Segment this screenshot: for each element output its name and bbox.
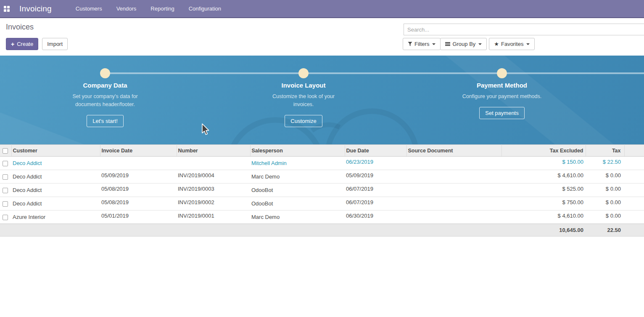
row-checkbox[interactable] — [3, 188, 8, 193]
row-select-cell — [0, 184, 11, 197]
row-checkbox[interactable] — [3, 201, 8, 207]
cell-tax[interactable]: $ 0.00 — [586, 170, 624, 184]
cell-number[interactable] — [177, 157, 250, 170]
menu-vendors[interactable]: Vendors — [116, 5, 137, 12]
cell-source-document[interactable] — [406, 184, 501, 197]
cell-invoice-date[interactable]: 05/08/2019 — [100, 197, 177, 210]
invoice-row[interactable]: Deco Addict Mitchell Admin 06/23/2019 $ … — [0, 157, 644, 170]
row-select-cell — [0, 157, 11, 170]
total-tax: 22.50 — [586, 224, 624, 237]
filters-button-label: Filters — [414, 41, 429, 47]
cell-tax-excluded[interactable]: $ 150.00 — [501, 157, 586, 170]
row-checkbox[interactable] — [3, 215, 8, 220]
cell-invoice-date[interactable]: 05/08/2019 — [100, 184, 177, 197]
search-input[interactable] — [404, 24, 644, 35]
column-header-tax-excluded[interactable]: Tax Excluded — [501, 145, 586, 157]
invoice-row[interactable]: Deco Addict 05/08/2019 INV/2019/0003 Odo… — [0, 184, 644, 197]
lets-start-button[interactable]: Let's start! — [87, 115, 124, 127]
group-by-bars-icon — [445, 42, 450, 46]
favorites-button-label: Favorites — [501, 41, 523, 47]
cell-salesperson[interactable]: Marc Demo — [250, 210, 345, 224]
cell-customer[interactable]: Deco Addict — [11, 197, 100, 210]
group-by-button-label: Group By — [452, 41, 475, 47]
cell-due-date[interactable]: 06/23/2019 — [345, 157, 406, 170]
cell-number[interactable]: INV/2019/0002 — [177, 197, 250, 210]
chevron-down-icon — [432, 43, 435, 45]
cell-tax[interactable]: $ 0.00 — [586, 197, 624, 210]
step-title: Invoice Layout — [245, 82, 362, 89]
cell-salesperson[interactable]: OdooBot — [250, 197, 345, 210]
cell-source-document[interactable] — [406, 157, 501, 170]
import-button[interactable]: Import — [42, 38, 68, 50]
cell-invoice-date[interactable] — [100, 157, 177, 170]
filter-funnel-icon — [408, 42, 412, 46]
cell-customer[interactable]: Deco Addict — [11, 184, 100, 197]
cell-source-document[interactable] — [406, 197, 501, 210]
cell-due-date[interactable]: 06/30/2019 — [345, 210, 406, 224]
app-brand[interactable]: Invoicing — [19, 4, 52, 13]
create-button[interactable]: + Create — [6, 38, 38, 50]
row-checkbox[interactable] — [3, 174, 8, 180]
cell-salesperson[interactable]: Mitchell Admin — [250, 157, 345, 170]
customize-button[interactable]: Customize — [285, 115, 322, 127]
cell-due-date[interactable]: 05/09/2019 — [345, 170, 406, 184]
cell-source-document[interactable] — [406, 170, 501, 184]
cell-source-document[interactable] — [406, 210, 501, 224]
totals-row: 10,645.00 22.50 — [0, 224, 644, 237]
column-header-invoice-date[interactable]: Invoice Date — [100, 145, 177, 157]
cell-customer[interactable]: Deco Addict — [11, 170, 100, 184]
cell-number[interactable]: INV/2019/0001 — [177, 210, 250, 224]
invoice-row[interactable]: Deco Addict 05/08/2019 INV/2019/0002 Odo… — [0, 197, 644, 210]
cell-tax-excluded[interactable]: $ 4,610.00 — [501, 170, 586, 184]
footer-spacer — [0, 224, 11, 237]
apps-menu-icon[interactable] — [4, 6, 10, 12]
cell-customer[interactable]: Azure Interior — [11, 210, 100, 224]
cell-salesperson[interactable]: Marc Demo — [250, 170, 345, 184]
cell-due-date[interactable]: 06/07/2019 — [345, 197, 406, 210]
cell-number[interactable]: INV/2019/0004 — [177, 170, 250, 184]
cell-spacer — [624, 184, 644, 197]
page-title: Invoices — [6, 23, 34, 32]
step-description: Configure your payment methods. — [447, 93, 557, 101]
set-payments-button[interactable]: Set payments — [479, 107, 525, 119]
invoice-row[interactable]: Azure Interior 05/01/2019 INV/2019/0001 … — [0, 210, 644, 224]
select-all-checkbox[interactable] — [3, 148, 8, 154]
group-by-button[interactable]: Group By — [440, 38, 487, 50]
menu-configuration[interactable]: Configuration — [189, 5, 221, 12]
column-header-number[interactable]: Number — [177, 145, 250, 157]
cell-invoice-date[interactable]: 05/01/2019 — [100, 210, 177, 224]
cell-tax-excluded[interactable]: $ 525.00 — [501, 184, 586, 197]
row-select-cell — [0, 210, 11, 224]
favorites-button[interactable]: ★ Favorites — [489, 38, 535, 50]
menu-reporting[interactable]: Reporting — [150, 5, 174, 12]
main-menu: Customers Vendors Reporting Configuratio… — [76, 5, 221, 12]
plus-icon: + — [11, 41, 14, 47]
column-header-tax[interactable]: Tax — [586, 145, 624, 157]
cell-spacer — [624, 197, 644, 210]
step-description: Customize the look of your invoices. — [262, 93, 345, 109]
onboarding-step-invoice-layout: Invoice Layout Customize the look of you… — [245, 82, 362, 127]
cell-tax[interactable]: $ 0.00 — [586, 210, 624, 224]
cell-number[interactable]: INV/2019/0003 — [177, 184, 250, 197]
select-all-cell — [0, 145, 11, 157]
invoice-row[interactable]: Deco Addict 05/09/2019 INV/2019/0004 Mar… — [0, 170, 644, 184]
cell-tax-excluded[interactable]: $ 4,610.00 — [501, 210, 586, 224]
column-header-salesperson[interactable]: Salesperson — [250, 145, 345, 157]
cell-invoice-date[interactable]: 05/09/2019 — [100, 170, 177, 184]
cell-tax[interactable]: $ 22.50 — [586, 157, 624, 170]
column-header-source-document[interactable]: Source Document — [406, 145, 501, 157]
invoice-list: Customer Invoice Date Number Salesperson… — [0, 144, 644, 237]
step-description: Set your company's data for documents he… — [61, 93, 150, 109]
action-buttons: + Create Import — [6, 38, 68, 50]
filters-button[interactable]: Filters — [403, 38, 441, 50]
step-title: Company Data — [46, 82, 164, 89]
column-header-due-date[interactable]: Due Date — [345, 145, 406, 157]
cell-tax-excluded[interactable]: $ 750.00 — [501, 197, 586, 210]
cell-salesperson[interactable]: OdooBot — [250, 184, 345, 197]
cell-tax[interactable]: $ 0.00 — [586, 184, 624, 197]
menu-customers[interactable]: Customers — [76, 5, 102, 12]
cell-customer[interactable]: Deco Addict — [11, 157, 100, 170]
cell-due-date[interactable]: 06/07/2019 — [345, 184, 406, 197]
row-checkbox[interactable] — [3, 161, 8, 166]
column-header-customer[interactable]: Customer — [11, 145, 100, 157]
